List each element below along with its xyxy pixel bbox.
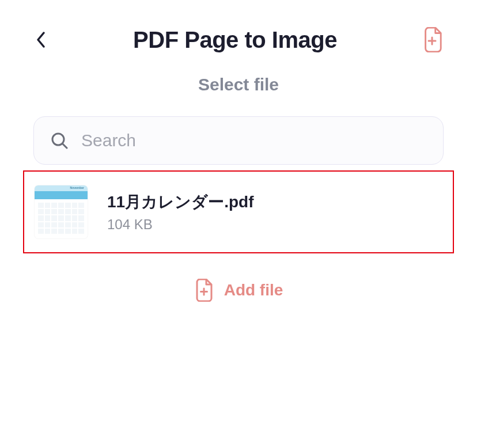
add-file-label: Add file — [224, 281, 283, 299]
add-file-button[interactable]: Add file — [0, 279, 477, 302]
file-list: November 11月カレンダー.pdf 104 KB — [23, 170, 454, 253]
file-name: 11月カレンダー.pdf — [107, 191, 253, 213]
svg-line-1 — [63, 144, 67, 148]
file-plus-icon — [421, 27, 444, 52]
file-item[interactable]: November 11月カレンダー.pdf 104 KB — [23, 170, 454, 253]
thumbnail-month-label: November — [70, 186, 84, 189]
file-info: 11月カレンダー.pdf 104 KB — [107, 191, 253, 233]
file-thumbnail: November — [35, 185, 88, 238]
file-size: 104 KB — [107, 217, 253, 233]
add-file-header-button[interactable] — [419, 27, 445, 52]
search-icon — [50, 131, 69, 150]
file-plus-icon — [194, 279, 214, 302]
search-box[interactable] — [33, 116, 444, 165]
chevron-left-icon — [36, 31, 47, 48]
back-button[interactable] — [32, 31, 51, 49]
page-title: PDF Page to Image — [133, 27, 337, 53]
section-subtitle: Select file — [0, 75, 477, 94]
search-input[interactable] — [81, 131, 427, 150]
